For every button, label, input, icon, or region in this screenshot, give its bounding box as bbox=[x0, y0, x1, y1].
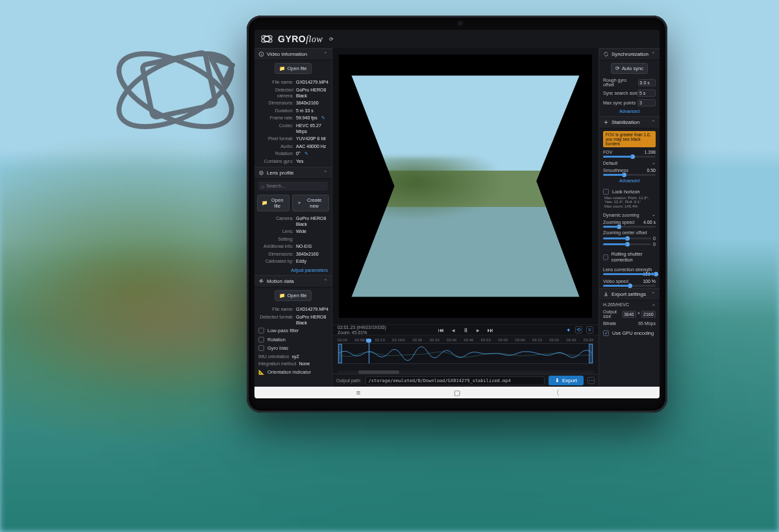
timeline-scrollbar[interactable] bbox=[338, 370, 593, 374]
val-fps: 59.940 fps bbox=[296, 115, 317, 121]
skip-end-icon[interactable]: ⏭ bbox=[488, 327, 493, 333]
preview-frame bbox=[339, 54, 592, 318]
export-button-label: Export bbox=[562, 378, 577, 383]
max-points-input[interactable]: 3 bbox=[637, 99, 656, 106]
export-icon bbox=[603, 291, 609, 297]
export-section-title: Export settings bbox=[612, 291, 646, 297]
section-video-info[interactable]: Video information ⌃ bbox=[254, 48, 332, 60]
adjust-parameters-link[interactable]: Adjust parameters bbox=[254, 267, 332, 275]
gpu-label: Use GPU encoding bbox=[612, 330, 654, 336]
lbl-lcal: Calibrated by: bbox=[258, 258, 293, 264]
lbl-file: File name: bbox=[258, 79, 293, 85]
stabilization-toggle-icon[interactable]: ✦ bbox=[566, 327, 571, 333]
val-codec: HEVC 65.27 Mbps bbox=[296, 123, 328, 134]
rolling-label: Rolling shutter correction bbox=[612, 251, 656, 263]
trim-start-handle[interactable] bbox=[338, 344, 342, 363]
chevron-up-icon: ⌃ bbox=[323, 278, 328, 284]
maxpts-label: Max sync points bbox=[603, 101, 636, 105]
next-frame-icon[interactable]: ▸ bbox=[476, 327, 480, 333]
auto-sync-button[interactable]: ⟳ Auto sync bbox=[611, 63, 648, 74]
create-lens-button[interactable]: ＋ Create new bbox=[292, 195, 329, 212]
gyroflow-decorative-logo bbox=[104, 26, 247, 143]
timecode: 02:01.23 (#4923/19330) Zoom: 45.01% bbox=[338, 325, 386, 335]
sync-advanced-link[interactable]: Advanced bbox=[599, 108, 660, 116]
chevron-down-icon[interactable]: ⌄ bbox=[652, 160, 656, 165]
open-motion-button[interactable]: 📁 Open file bbox=[275, 290, 311, 301]
search-label: Sync search size bbox=[603, 91, 637, 95]
zoom-center-x-slider[interactable] bbox=[603, 237, 651, 239]
preview-menu-icon[interactable]: ≡ bbox=[586, 326, 593, 333]
playhead[interactable] bbox=[369, 342, 369, 363]
open-lens-button[interactable]: 📁 Open file bbox=[257, 195, 290, 212]
gpu-encoding-checkbox[interactable] bbox=[603, 330, 609, 336]
lbl-mfile: File name: bbox=[258, 306, 293, 312]
play-pause-icon[interactable]: ⏸ bbox=[463, 327, 469, 333]
autosync-label: Auto sync bbox=[622, 66, 643, 71]
open-motion-label: Open file bbox=[287, 293, 306, 298]
export-button[interactable]: ⬇ Export bbox=[549, 376, 584, 385]
val-dur: 5 m 33 s bbox=[296, 108, 314, 114]
lbl-laddl: Additional info: bbox=[258, 243, 293, 249]
lock-horizon-label: Lock horizon bbox=[612, 189, 640, 195]
app-screen: GYROflow ⟳ Video information ⌃ 📁 Open fi… bbox=[254, 30, 660, 398]
section-stabilization[interactable]: Stabilization ⌃ bbox=[599, 116, 660, 128]
smoothness-slider[interactable] bbox=[603, 174, 656, 176]
section-export-settings[interactable]: Export settings ⌃ bbox=[599, 288, 660, 300]
nav-recent-icon[interactable]: ≡ bbox=[354, 389, 362, 396]
lock-horizon-checkbox[interactable] bbox=[603, 189, 609, 195]
export-menu-icon[interactable]: ⋯ bbox=[587, 377, 595, 384]
svg-point-2 bbox=[108, 39, 243, 142]
chevron-down-icon[interactable]: ⌄ bbox=[652, 212, 656, 217]
val-mfmt: GoPro HERO8 Black bbox=[296, 314, 328, 326]
chevron-down-icon[interactable]: ⌄ bbox=[652, 302, 656, 307]
edit-fps-icon[interactable]: ✎ bbox=[321, 115, 325, 121]
section-synchronization[interactable]: Synchronization ⌃ bbox=[599, 48, 660, 60]
gyro-wave[interactable] bbox=[338, 343, 593, 364]
output-path-field[interactable]: /storage/emulated/0/Download/GX014279_st… bbox=[365, 376, 545, 385]
lbl-dim: Dimensions: bbox=[258, 100, 293, 106]
stab-advanced-link[interactable]: Advanced bbox=[599, 177, 660, 186]
fov-slider[interactable] bbox=[603, 156, 656, 158]
zoom-speed-slider[interactable] bbox=[603, 226, 656, 228]
bitrate-label: Bitrate bbox=[603, 321, 616, 326]
trim-end-handle[interactable] bbox=[589, 344, 593, 363]
nav-home-icon[interactable]: ▢ bbox=[453, 389, 461, 397]
gyrobias-label: Gyro bias bbox=[267, 345, 288, 351]
reload-icon[interactable]: ⟳ bbox=[329, 36, 334, 42]
search-size-input[interactable]: 5 s bbox=[637, 90, 656, 97]
nav-back-icon[interactable]: 〈 bbox=[552, 388, 560, 398]
loop-icon[interactable]: ⟲ bbox=[575, 326, 582, 333]
skip-start-icon[interactable]: ⏮ bbox=[438, 327, 444, 333]
val-file: GX014279.MP4 bbox=[296, 79, 328, 85]
rough-offset-input[interactable]: 0.0 s bbox=[638, 79, 656, 86]
prev-frame-icon[interactable]: ◂ bbox=[452, 327, 455, 333]
rolling-shutter-checkbox[interactable] bbox=[603, 254, 608, 260]
chevron-up-icon: ⌃ bbox=[323, 51, 328, 57]
rotation-checkbox[interactable] bbox=[258, 337, 264, 343]
chevron-up-icon: ⌃ bbox=[651, 291, 656, 297]
smooth-val: 0.50 bbox=[647, 168, 656, 173]
zoom-center-y-slider[interactable] bbox=[603, 243, 651, 245]
output-width-input[interactable]: 3840 bbox=[622, 311, 636, 318]
open-video-button[interactable]: 📁 Open file bbox=[275, 63, 311, 74]
output-height-input[interactable]: 2160 bbox=[641, 311, 656, 318]
video-speed-slider[interactable] bbox=[603, 285, 656, 287]
gyrobias-checkbox[interactable] bbox=[258, 345, 264, 351]
preview-canvas bbox=[339, 54, 592, 318]
open-video-label: Open file bbox=[287, 66, 306, 71]
video-preview[interactable] bbox=[332, 48, 599, 324]
fov-val: 1.398 bbox=[644, 150, 656, 154]
outsize-label: Output size bbox=[603, 309, 622, 319]
lens-strength-slider[interactable] bbox=[603, 273, 656, 275]
edit-rotation-icon[interactable]: ✎ bbox=[304, 151, 308, 156]
smooth-label: Smoothness bbox=[603, 168, 628, 173]
section-motion-data[interactable]: Motion data ⌃ bbox=[254, 275, 332, 287]
lowpass-checkbox[interactable] bbox=[258, 328, 264, 333]
lensstr-label: Lens correction strength bbox=[603, 267, 652, 272]
section-lens-profile[interactable]: Lens profile ⌃ bbox=[254, 167, 332, 179]
app-logo-icon bbox=[260, 32, 274, 46]
timeline[interactable]: 02:0002:06/202:1302:19/202:2602:3302:400… bbox=[332, 335, 599, 374]
stab-section-title: Stabilization bbox=[612, 119, 639, 125]
lens-search-input[interactable]: Search... bbox=[258, 182, 328, 191]
timeline-ticks: 02:0002:06/202:1302:19/202:2602:3302:400… bbox=[338, 338, 593, 342]
